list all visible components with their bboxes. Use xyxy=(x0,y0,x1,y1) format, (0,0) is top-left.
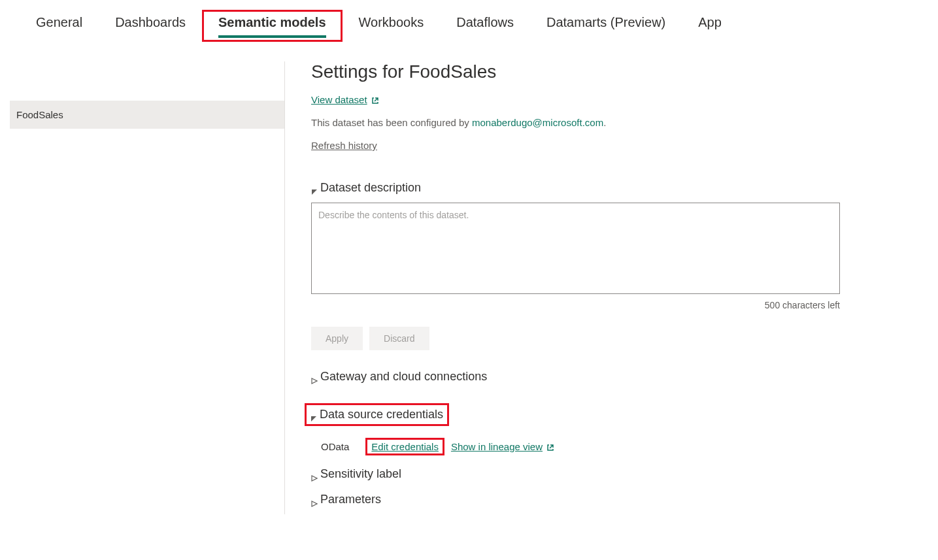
tab-workbooks[interactable]: Workbooks xyxy=(343,10,441,42)
configured-by-email[interactable]: monaberdugo@microsoft.com xyxy=(472,117,603,128)
section-sensitivity-label[interactable]: Sensitivity label xyxy=(311,467,840,481)
caret-down-icon xyxy=(311,185,318,191)
tab-general[interactable]: General xyxy=(20,10,99,42)
edit-credentials-link[interactable]: Edit credentials xyxy=(371,441,439,452)
section-data-source-credentials-wrap: Data source credentials xyxy=(311,391,840,434)
section-data-source-credentials-label: Data source credentials xyxy=(320,408,443,421)
apply-button[interactable]: Apply xyxy=(311,327,363,350)
credentials-row: OData Edit credentials Show in lineage v… xyxy=(321,438,840,455)
caret-right-icon xyxy=(311,374,318,380)
view-dataset-link[interactable]: View dataset xyxy=(311,94,367,105)
description-textarea[interactable] xyxy=(311,203,840,294)
sidebar-item-foodsales[interactable]: FoodSales xyxy=(10,101,284,129)
tab-app[interactable]: App xyxy=(682,10,738,42)
external-link-icon xyxy=(546,443,554,451)
tab-dashboards[interactable]: Dashboards xyxy=(99,10,202,42)
refresh-history-link[interactable]: Refresh history xyxy=(311,140,377,151)
lineage-view-link[interactable]: Show in lineage view xyxy=(451,441,543,452)
section-dataset-description[interactable]: Dataset description xyxy=(311,181,840,195)
configured-by-text: This dataset has been configured by mona… xyxy=(311,117,840,128)
tab-semantic-models[interactable]: Semantic models xyxy=(202,10,343,42)
discard-button[interactable]: Discard xyxy=(369,327,429,350)
section-parameters[interactable]: Parameters xyxy=(311,493,840,506)
main-container: FoodSales Settings for FoodSales View da… xyxy=(0,61,938,514)
section-data-source-credentials[interactable]: Data source credentials xyxy=(305,403,449,426)
caret-right-icon xyxy=(311,471,318,478)
tabs-row: General Dashboards Semantic models Workb… xyxy=(0,0,938,42)
configured-by-prefix: This dataset has been configured by xyxy=(311,117,472,128)
tab-datamarts[interactable]: Datamarts (Preview) xyxy=(530,10,682,42)
caret-down-icon xyxy=(310,412,317,418)
section-sensitivity-label-text: Sensitivity label xyxy=(320,467,401,481)
lineage-wrap: Show in lineage view xyxy=(451,441,554,452)
content-area: Settings for FoodSales View dataset This… xyxy=(284,61,938,514)
section-gateway-label: Gateway and cloud connections xyxy=(320,370,487,384)
char-count: 500 characters left xyxy=(311,300,840,310)
section-parameters-label: Parameters xyxy=(320,493,381,506)
section-gateway[interactable]: Gateway and cloud connections xyxy=(311,370,840,384)
section-dataset-description-label: Dataset description xyxy=(320,181,421,195)
button-row: Apply Discard xyxy=(311,327,840,350)
page-title: Settings for FoodSales xyxy=(311,61,840,82)
external-link-icon xyxy=(371,96,379,104)
tab-dataflows[interactable]: Dataflows xyxy=(440,10,530,42)
credentials-source: OData xyxy=(321,441,349,452)
configured-by-suffix: . xyxy=(603,117,606,128)
caret-right-icon xyxy=(311,497,318,503)
sidebar: FoodSales xyxy=(0,61,284,514)
view-dataset-row: View dataset xyxy=(311,94,840,105)
edit-credentials-highlight: Edit credentials xyxy=(365,438,444,455)
